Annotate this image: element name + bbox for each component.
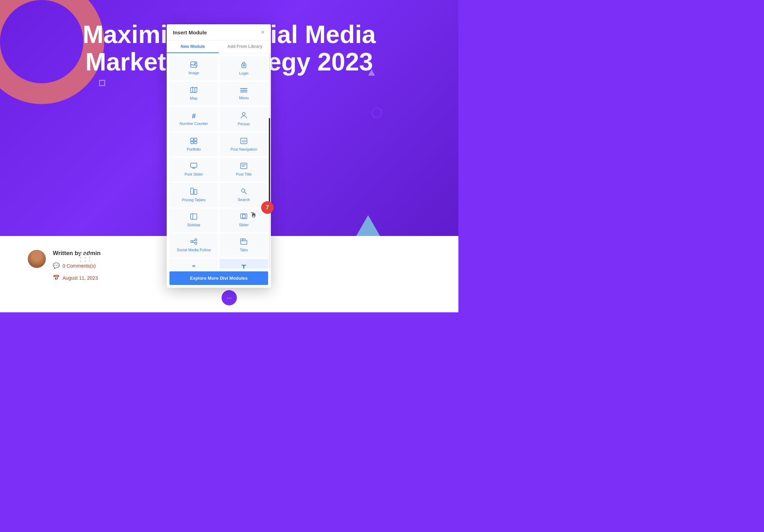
module-grid: Image Login Map: [169, 56, 268, 269]
module-item-portfolio[interactable]: Portfolio: [169, 133, 218, 157]
module-label-number-counter: Number Counter: [180, 121, 208, 126]
comments-row: 💬 0 Comments(s): [53, 262, 101, 269]
module-item-login[interactable]: Login: [219, 56, 268, 81]
date-row: 📅 August 11, 2023: [53, 275, 101, 281]
modal-title: Insert Module: [173, 29, 207, 35]
modal-scrollbar-thumb: [269, 118, 270, 204]
small-circle-decoration: [372, 108, 382, 118]
module-item-post-title[interactable]: Post Title: [219, 158, 268, 181]
text-icon: T: [241, 264, 246, 269]
post-title-icon: [240, 163, 247, 170]
login-icon: [241, 61, 247, 69]
modal-scrollbar: [269, 53, 270, 269]
modal-body: Image Login Map: [167, 53, 271, 269]
search-icon: [241, 188, 247, 195]
post-slider-icon: [190, 163, 197, 170]
tabs-icon: [240, 238, 247, 246]
module-label-login: Login: [239, 71, 249, 76]
module-item-text[interactable]: T Text: [219, 259, 268, 269]
svg-rect-11: [194, 138, 197, 141]
modal-tabs: New Module Add From Library: [167, 41, 271, 53]
testimonial-icon: ": [192, 264, 195, 269]
author-info: Written by admin 💬 0 Comments(s) 📅 Augus…: [53, 250, 101, 281]
svg-line-34: [193, 242, 195, 243]
module-item-search[interactable]: Search: [219, 183, 268, 207]
map-icon: [190, 87, 197, 94]
svg-line-33: [193, 240, 195, 241]
module-item-social-media-follow[interactable]: Social Media Follow: [169, 234, 218, 257]
author-name: Written by admin: [53, 250, 101, 257]
svg-text:</>: </>: [242, 140, 246, 143]
sidebar-icon: [190, 213, 197, 221]
square-decoration: [99, 80, 105, 86]
module-item-sidebar[interactable]: Sidebar: [169, 209, 218, 232]
image-icon: [190, 61, 197, 69]
module-item-testimonial[interactable]: " Testimonial: [169, 259, 218, 269]
svg-point-1: [194, 63, 196, 64]
explore-more-button[interactable]: Explore More Divi Modules: [169, 271, 268, 285]
modal-header: Insert Module ×: [167, 24, 271, 41]
svg-rect-36: [241, 239, 243, 241]
module-item-post-slider[interactable]: Post Slider: [169, 158, 218, 181]
module-label-person: Person: [238, 122, 250, 126]
portfolio-icon: [190, 138, 197, 145]
svg-rect-26: [191, 214, 197, 219]
module-label-search: Search: [238, 197, 250, 202]
module-label-map: Map: [190, 96, 197, 101]
module-item-tabs[interactable]: Tabs: [219, 234, 268, 257]
svg-rect-19: [241, 163, 247, 169]
module-label-social-media-follow: Social Media Follow: [177, 248, 211, 252]
modal-close-button[interactable]: ×: [261, 29, 265, 35]
module-label-post-slider: Post Slider: [184, 172, 203, 177]
post-navigation-icon: </>: [240, 138, 247, 145]
comments-link[interactable]: 0 Comments(s): [63, 263, 96, 269]
number-counter-icon: #: [192, 112, 196, 119]
menu-icon: [240, 87, 247, 94]
module-label-menu: Menu: [239, 96, 249, 100]
comment-icon: 💬: [53, 262, 60, 269]
svg-rect-37: [243, 239, 245, 241]
svg-point-9: [242, 112, 245, 115]
insert-module-modal: Insert Module × New Module Add From Libr…: [167, 24, 271, 288]
social-media-follow-icon: [190, 238, 197, 246]
module-label-image: Image: [189, 71, 199, 75]
module-label-tabs: Tabs: [240, 248, 248, 252]
svg-point-31: [195, 239, 197, 241]
module-label-post-title: Post Title: [236, 172, 251, 177]
module-item-menu[interactable]: Menu: [219, 82, 268, 105]
post-date: August 11, 2023: [63, 275, 98, 281]
module-item-image[interactable]: Image: [169, 56, 218, 81]
avatar: [28, 250, 46, 268]
tab-new-module[interactable]: New Module: [167, 41, 219, 53]
small-triangle-decoration: [368, 69, 375, 76]
svg-rect-22: [191, 188, 193, 194]
calendar-icon: 📅: [53, 275, 60, 281]
module-item-person[interactable]: Person: [219, 107, 268, 131]
pricing-tables-icon: [190, 188, 197, 196]
module-label-post-navigation: Post Navigation: [230, 147, 257, 152]
module-label-sidebar: Sidebar: [187, 223, 200, 227]
svg-point-32: [195, 242, 197, 244]
module-label-pricing-tables: Pricing Tables: [182, 198, 206, 202]
svg-rect-29: [242, 214, 245, 218]
more-options-button[interactable]: ···: [222, 290, 237, 305]
module-item-map[interactable]: Map: [169, 82, 218, 105]
svg-point-30: [191, 240, 193, 243]
module-label-portfolio: Portfolio: [187, 147, 201, 152]
grid-dots-decoration: [80, 253, 92, 262]
module-item-pricing-tables[interactable]: Pricing Tables: [169, 183, 218, 207]
svg-rect-12: [191, 142, 193, 144]
svg-rect-10: [191, 138, 193, 141]
slider-icon: [240, 213, 247, 221]
svg-line-25: [244, 192, 247, 194]
module-item-slider[interactable]: Slider: [219, 209, 268, 232]
module-item-post-navigation[interactable]: </> Post Navigation: [219, 133, 268, 157]
tab-add-from-library[interactable]: Add From Library: [219, 41, 271, 53]
module-label-slider: Slider: [239, 223, 249, 227]
person-icon: [241, 112, 247, 120]
svg-point-3: [243, 65, 244, 66]
module-item-number-counter[interactable]: # Number Counter: [169, 107, 218, 131]
svg-rect-16: [191, 163, 197, 167]
svg-rect-23: [194, 189, 197, 194]
svg-rect-13: [194, 142, 197, 144]
